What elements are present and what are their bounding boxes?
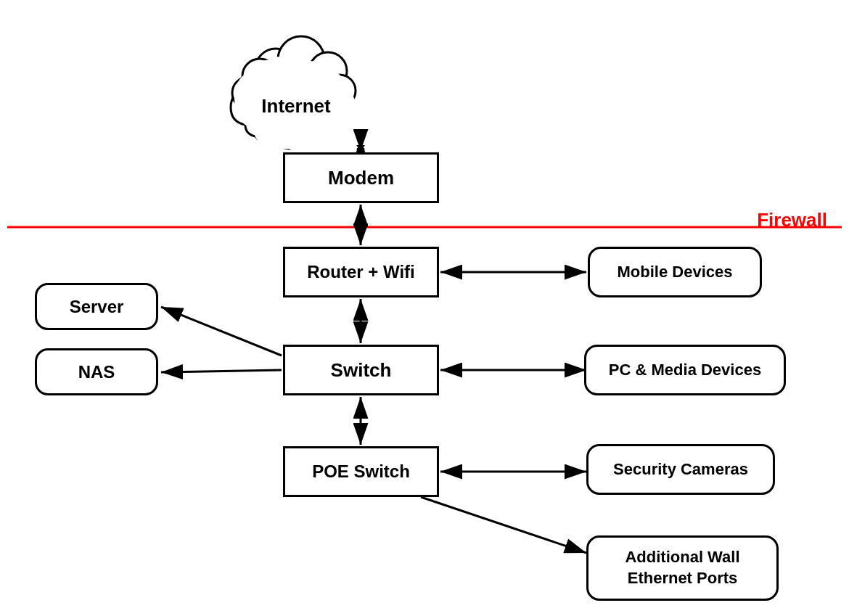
switch-label: Switch	[331, 359, 392, 382]
pc-media-node: PC & Media Devices	[584, 345, 786, 395]
switch-node: Switch	[283, 345, 439, 395]
internet-cloud	[231, 36, 356, 152]
svg-line-22	[161, 307, 282, 356]
wall-ethernet-node: Additional WallEthernet Ports	[586, 535, 779, 601]
pc-media-label: PC & Media Devices	[609, 361, 761, 379]
svg-line-21	[421, 497, 586, 553]
poe-switch-label: POE Switch	[312, 461, 410, 482]
security-cameras-node: Security Cameras	[586, 444, 775, 495]
poe-switch-node: POE Switch	[283, 446, 439, 497]
nas-label: NAS	[78, 362, 115, 382]
mobile-devices-node: Mobile Devices	[588, 247, 762, 297]
server-label: Server	[70, 297, 124, 317]
svg-line-23	[161, 370, 282, 372]
wall-ethernet-label: Additional WallEthernet Ports	[625, 547, 739, 588]
security-cameras-label: Security Cameras	[613, 460, 748, 479]
router-node: Router + Wifi	[283, 247, 439, 297]
modem-node: Modem	[283, 152, 439, 203]
modem-label: Modem	[328, 167, 394, 189]
nas-node: NAS	[35, 348, 158, 395]
mobile-devices-label: Mobile Devices	[618, 263, 733, 282]
network-diagram: Internet	[0, 0, 849, 616]
internet-label: Internet	[261, 95, 331, 117]
server-node: Server	[35, 283, 158, 330]
firewall-label: Firewall	[757, 209, 827, 231]
router-label: Router + Wifi	[307, 262, 414, 282]
